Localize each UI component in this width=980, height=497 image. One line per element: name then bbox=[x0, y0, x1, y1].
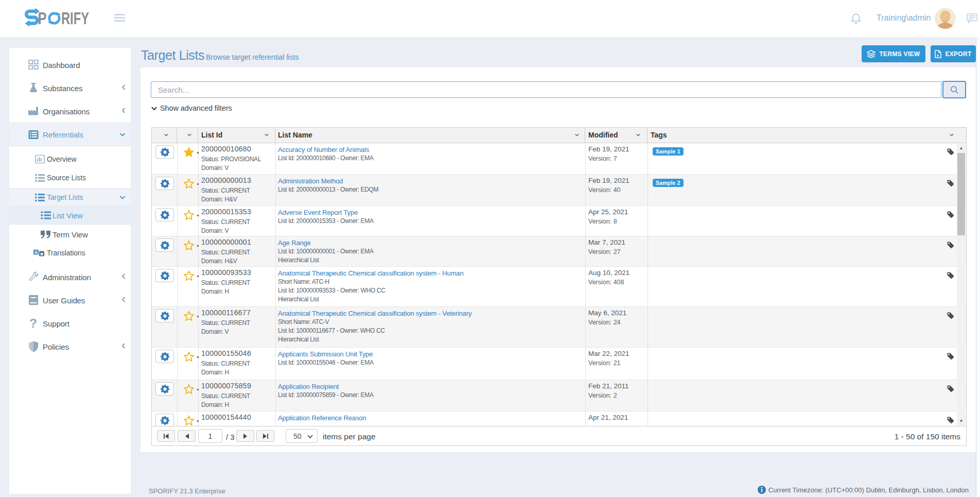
svg-text:A: A bbox=[34, 249, 38, 254]
svg-text:P: P bbox=[38, 8, 47, 28]
svg-text:x: x bbox=[937, 53, 939, 57]
svg-text:RIFY: RIFY bbox=[61, 8, 89, 28]
svg-text:★: ★ bbox=[40, 251, 44, 256]
